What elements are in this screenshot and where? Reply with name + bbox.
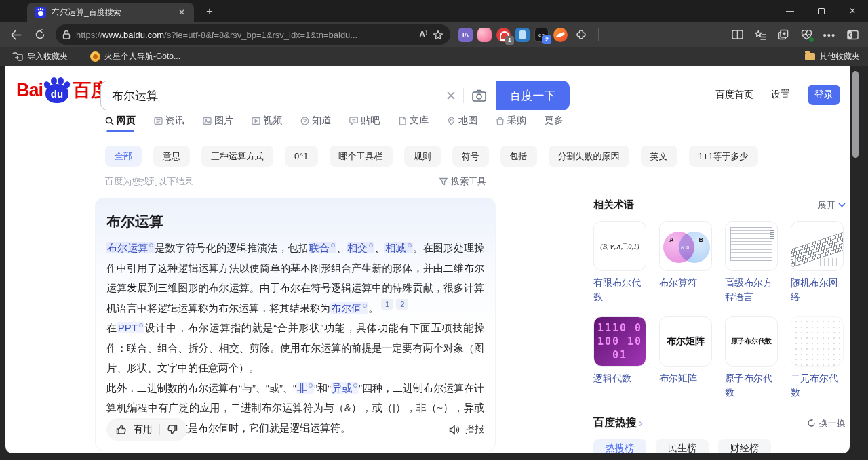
tab-tieba[interactable]: 贴吧 [349, 114, 380, 132]
tab-webpage[interactable]: 网页 [105, 114, 136, 132]
term-label[interactable]: 有限布尔代数 [593, 276, 646, 304]
term-thumbnail-binary[interactable]: 1110 0100 1001 [593, 316, 646, 367]
collections-button[interactable] [772, 24, 795, 45]
chip[interactable]: 规则 [404, 146, 441, 167]
tab-close-icon[interactable]: ✕ [175, 6, 189, 18]
settings-link[interactable]: 设置 [771, 89, 790, 101]
chip[interactable]: 三种运算方式 [201, 146, 273, 167]
camera-search-icon[interactable] [464, 89, 496, 102]
thumbs-up-icon[interactable] [116, 424, 127, 435]
minimize-button[interactable]: — [774, 0, 806, 22]
tab-map[interactable]: 地图 [447, 114, 477, 132]
entity-link[interactable]: 联合 [309, 242, 336, 253]
tab-video[interactable]: 视频 [252, 114, 282, 132]
term-thumbnail-dots[interactable] [791, 316, 844, 367]
related-term-card[interactable]: 二元布尔代数 [791, 316, 844, 400]
entity-link[interactable]: 相减 [384, 242, 412, 253]
login-button[interactable]: 登录 [808, 85, 840, 105]
related-term-card[interactable]: 1110 0100 1001 逻辑代数 [593, 316, 646, 400]
term-thumbnail-formula[interactable]: (B,∨,∧,¯,0,1) [593, 221, 646, 271]
entity-link[interactable]: 相交 [347, 242, 374, 253]
other-favorites-button[interactable]: 其他收藏夹 [805, 51, 860, 62]
hot-tab-trending[interactable]: 热搜榜 [593, 439, 646, 453]
related-term-card[interactable]: A B A∩B 布尔算符 [659, 221, 712, 304]
blue-extension-icon[interactable] [515, 28, 530, 42]
term-thumbnail-calligraphy[interactable]: 原子布尔代数 [725, 316, 778, 367]
ia-extension-icon[interactable]: IA [458, 28, 473, 42]
related-term-card[interactable]: 随机布尔网络 [791, 221, 844, 304]
related-term-card[interactable]: 布尔矩阵 布尔矩阵 [659, 316, 712, 400]
import-favorites-button[interactable]: 导入收藏夹 [8, 49, 72, 64]
dark-extension-icon[interactable]: en2 [534, 28, 549, 42]
term-label[interactable]: 随机布尔网络 [791, 276, 844, 304]
new-tab-button[interactable]: + [201, 4, 218, 19]
browser-essentials-button[interactable] [795, 24, 818, 45]
result-title[interactable]: 布尔运算 [106, 212, 484, 231]
tab-images[interactable]: 图片 [203, 114, 233, 132]
entity-link[interactable]: 布尔值 [330, 302, 368, 314]
pink-extension-icon[interactable] [477, 28, 492, 42]
chip[interactable]: 哪个工具栏 [330, 146, 393, 167]
chip[interactable]: 英文 [641, 146, 677, 167]
settings-menu-button[interactable]: ••• [818, 24, 841, 45]
hot-tab-finance[interactable]: 财经榜 [718, 439, 771, 453]
address-bar[interactable]: https://www.baidu.com/s?ie=utf-8&f=8&rsv… [56, 24, 450, 45]
page-scrollbar[interactable] [852, 71, 859, 158]
tab-zhidao[interactable]: 知道 [300, 114, 331, 132]
chip[interactable]: 符号 [452, 146, 489, 167]
red-extension-icon[interactable]: 1 [496, 28, 511, 42]
chip[interactable]: 包括 [500, 146, 537, 167]
chip[interactable]: 1+1等于多少 [689, 146, 758, 167]
url-text[interactable]: https://www.baidu.com/s?ie=utf-8&f=8&rsv… [76, 30, 414, 40]
hot-search-title[interactable]: 百度热搜 › [593, 416, 643, 430]
favorites-button[interactable] [749, 24, 772, 45]
chip[interactable]: 分割失败的原因 [549, 146, 629, 167]
term-thumbnail-table-diagram[interactable] [725, 221, 778, 271]
term-label[interactable]: 逻辑代数 [593, 371, 646, 385]
split-screen-button[interactable] [726, 24, 749, 45]
term-label[interactable]: 布尔矩阵 [659, 371, 712, 385]
term-thumbnail-venn-diagram[interactable]: A B A∩B [659, 221, 712, 271]
clear-search-icon[interactable]: ✕ [439, 88, 463, 104]
entity-link[interactable]: 非 [296, 382, 314, 394]
citation-badge[interactable]: 2 [396, 299, 408, 310]
term-label[interactable]: 二元布尔代数 [791, 371, 844, 400]
tab-news[interactable]: 资讯 [154, 114, 184, 132]
thumbs-down-icon[interactable] [167, 424, 178, 435]
hot-tab-livelihood[interactable]: 民生榜 [656, 439, 709, 453]
baidu-home-link[interactable]: 百度首页 [715, 89, 753, 101]
term-thumbnail-calligraphy[interactable]: 布尔矩阵 [659, 316, 712, 367]
term-label[interactable]: 高级布尔方程语言 [725, 276, 778, 304]
read-aloud-icon[interactable]: A) [419, 29, 427, 39]
broadcast-button[interactable]: 播报 [449, 423, 484, 436]
browser-tab[interactable]: 布尔运算_百度搜索 ✕ [27, 3, 194, 22]
related-term-card[interactable]: 高级布尔方程语言 [725, 221, 778, 304]
entity-link[interactable]: 异或 [331, 382, 359, 394]
refresh-button[interactable] [28, 24, 52, 45]
restore-button[interactable] [806, 0, 837, 22]
baidu-search-button[interactable]: 百度一下 [496, 81, 570, 110]
chip[interactable]: 意思 [153, 146, 190, 167]
close-button[interactable]: ✕ [837, 0, 868, 22]
citation-badge[interactable]: 1 [381, 299, 393, 310]
tab-wenku[interactable]: 文库 [398, 114, 429, 132]
chip-all[interactable]: 全部 [105, 146, 142, 167]
baidu-logo[interactable]: Bai du 百度 [16, 77, 109, 104]
expand-button[interactable]: 展开 [818, 199, 846, 211]
chip[interactable]: 0^1 [285, 146, 318, 167]
back-button[interactable] [4, 24, 27, 45]
entity-link[interactable]: PPT [117, 322, 144, 333]
useful-label[interactable]: 有用 [134, 423, 153, 436]
search-input[interactable] [101, 89, 439, 102]
tab-more[interactable]: 更多 [545, 114, 564, 132]
related-term-card[interactable]: (B,∨,∧,¯,0,1) 有限布尔代数 [593, 221, 646, 304]
bookmark-mars-nav[interactable]: 火星个人导航-Goto... [86, 49, 184, 64]
tab-caigou[interactable]: 采购 [496, 114, 526, 132]
fox-extension-icon[interactable] [553, 28, 568, 42]
term-thumbnail-mesh-diagram[interactable] [791, 221, 844, 271]
term-label[interactable]: 原子布尔代数 [725, 371, 778, 400]
sidebar-toggle-button[interactable] [841, 24, 864, 45]
favorite-star-icon[interactable] [433, 30, 443, 40]
refresh-hot-search-button[interactable]: 换一换 [807, 417, 846, 430]
search-tools-button[interactable]: 搜索工具 [439, 175, 486, 188]
